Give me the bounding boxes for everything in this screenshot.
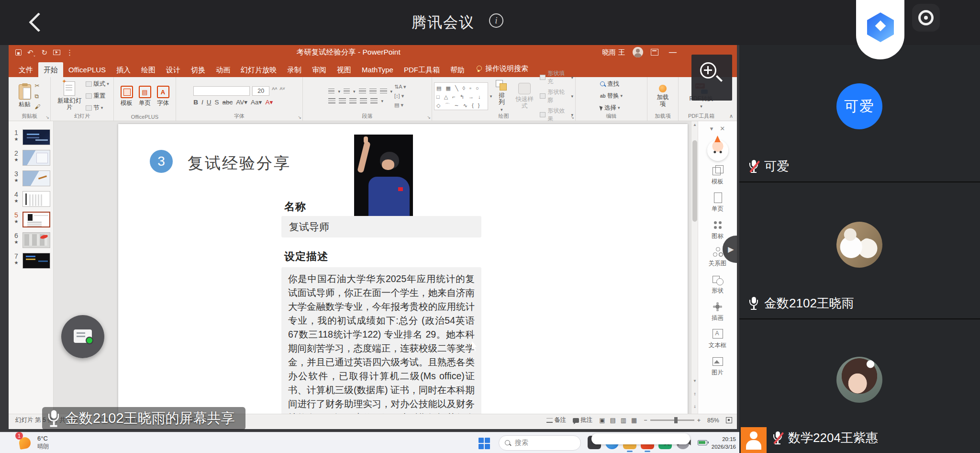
zoom-slider-thumb[interactable] [674, 417, 678, 423]
tab-draw[interactable]: 绘图 [136, 62, 161, 77]
panel-item-textbox[interactable]: 文本框 [698, 326, 737, 353]
zoom-slider[interactable] [650, 419, 694, 421]
tab-design[interactable]: 设计 [161, 62, 186, 77]
shape-outline-button[interactable]: 形状轮廓▾ [540, 88, 573, 104]
shapes-gallery[interactable]: ▤ ▦ ╲ ◊ ▫ ○□ △ ⌐ ↰ → ↓◇ ⌒ ∼ ∿ { } [434, 82, 488, 110]
smartart-button[interactable]: ▤ ▾ [394, 102, 406, 108]
taskbar-clock[interactable]: 20:15 2026/3/16 [706, 436, 736, 451]
slide-thumb-preview[interactable] [22, 253, 50, 269]
minimize-button[interactable]: — [666, 48, 679, 57]
slide-thumb-preview[interactable] [22, 129, 50, 145]
slide-scrollbar[interactable]: ▲ ▼ ⇑ ⇓ [691, 121, 698, 414]
font-color-button[interactable]: A▾ [265, 98, 273, 106]
font-shrink-icon[interactable]: A˅ [280, 86, 285, 96]
replace-button[interactable]: ab替换▾ [600, 91, 623, 101]
previous-slide-icon[interactable]: ⇑ [691, 392, 698, 396]
bold-button[interactable]: B [193, 99, 198, 106]
panel-close-icon[interactable]: ✕ [720, 125, 725, 132]
tab-mathtype[interactable]: MathType [356, 62, 399, 77]
tab-pdf-toolbox[interactable]: PDF工具箱 [399, 62, 445, 77]
panel-item-single-page[interactable]: 单页 [698, 189, 737, 216]
participant-tile-wangxiaoyu[interactable]: 金数2102王晓雨 [739, 182, 980, 318]
slide-thumb-7[interactable]: 7★ [9, 250, 53, 271]
slide-thumb-preview[interactable] [22, 191, 50, 207]
slide-thumb-6[interactable]: 6★ [9, 230, 53, 250]
tab-animations[interactable]: 动画 [211, 62, 235, 77]
char-spacing-button[interactable]: AV▾ [236, 98, 247, 106]
record-indicator-button[interactable] [912, 4, 940, 32]
scroll-down-icon[interactable]: ▼ [691, 379, 698, 383]
undo-icon[interactable]: ↶˯ [27, 49, 36, 56]
slide-thumb-2[interactable]: 2★ [9, 147, 53, 168]
tab-record[interactable]: 录制 [282, 62, 307, 77]
next-slide-icon[interactable]: ⇓ [691, 405, 698, 409]
slide-thumb-1[interactable]: 1★ [9, 127, 53, 147]
slide-sorter-icon[interactable]: ▤ [610, 417, 615, 424]
meeting-zoom-widget[interactable] [691, 55, 732, 101]
columns-icon[interactable] [370, 98, 378, 104]
slideshow-view-icon[interactable]: ▦ [631, 417, 637, 424]
save-icon[interactable] [15, 49, 22, 56]
tab-officeplus[interactable]: OfficePLUS [63, 62, 111, 77]
back-icon[interactable] [25, 11, 48, 34]
start-button[interactable] [479, 438, 490, 449]
tab-review[interactable]: 审阅 [307, 62, 332, 77]
select-button[interactable]: 选择▾ [600, 103, 623, 113]
align-text-button[interactable]: [↕] ▾ [394, 93, 406, 99]
slideshow-icon[interactable] [53, 50, 60, 55]
decrease-indent-icon[interactable] [359, 89, 366, 94]
tab-file[interactable]: 文件 [13, 62, 38, 77]
font-name-input[interactable] [193, 86, 250, 96]
arrange-button[interactable]: 排列 ▾ [494, 79, 509, 113]
font-grow-icon[interactable]: A˄ [272, 86, 277, 96]
reset-button[interactable]: 重置 [86, 91, 109, 101]
annotation-toolbar-button[interactable] [61, 315, 104, 358]
paragraph-dialog-launcher-icon[interactable]: ↘ [427, 115, 431, 120]
collapse-ribbon-icon[interactable]: ∧ [729, 113, 733, 119]
tab-view[interactable]: 视图 [332, 62, 356, 77]
drawing-dialog-launcher-icon[interactable]: ↘ [570, 115, 574, 120]
panel-item-shapes[interactable]: 形状 [698, 271, 737, 298]
shapes-more-icon[interactable]: ▾ [490, 94, 492, 99]
format-painter-icon[interactable]: 🖌 [35, 103, 43, 110]
panel-item-image[interactable]: 图片 [698, 353, 737, 380]
slide-thumb-4[interactable]: 4★ [9, 189, 53, 209]
qat-more-icon[interactable]: ⋮ [66, 49, 73, 56]
addins-button[interactable]: 加载项 [653, 84, 673, 109]
section-button[interactable]: 节▾ [86, 103, 109, 113]
share-control-pill[interactable] [591, 433, 690, 444]
scrollbar-thumb[interactable] [692, 140, 697, 222]
meeting-logo-bubble[interactable] [856, 0, 904, 59]
layout-button[interactable]: 版式▾ [86, 79, 109, 89]
redo-icon[interactable]: ↻ [42, 49, 48, 56]
fit-to-window-icon[interactable] [726, 417, 732, 423]
tab-home[interactable]: 开始 [38, 62, 63, 77]
paste-button[interactable]: 粘贴 [17, 83, 33, 109]
align-center-icon[interactable] [339, 98, 346, 104]
zoom-percent[interactable]: 85% [707, 417, 719, 424]
strikethrough-button[interactable]: abc [223, 99, 233, 106]
shadow-button[interactable]: S [215, 99, 219, 106]
panel-item-illustration[interactable]: 插画 [698, 298, 737, 326]
font-dialog-launcher-icon[interactable]: ↘ [298, 115, 301, 120]
justify-icon[interactable] [360, 98, 367, 104]
tell-me-search[interactable]: 操作说明搜索 [470, 60, 534, 77]
cut-icon[interactable]: ✂ [35, 82, 43, 89]
panel-collapse-icon[interactable]: ▾ [710, 125, 713, 132]
quick-styles-button[interactable]: 快速样式 [511, 82, 538, 111]
info-icon[interactable]: i [489, 13, 503, 28]
numbering-icon[interactable] [344, 89, 350, 94]
template-button[interactable]: 模板 [119, 85, 135, 107]
clipboard-dialog-launcher-icon[interactable]: ↘ [45, 115, 49, 120]
copy-icon[interactable]: ⧉ [35, 93, 43, 100]
panel-item-template[interactable]: 模板 [698, 162, 737, 189]
underline-button[interactable]: U [207, 99, 212, 106]
increase-indent-icon[interactable] [369, 89, 377, 94]
normal-view-icon[interactable]: ▣ [599, 417, 605, 424]
text-direction-button[interactable]: ⇅A ▾ [394, 84, 406, 90]
ribbon-display-options-icon[interactable] [651, 49, 658, 56]
slide-thumb-preview[interactable] [22, 232, 50, 248]
line-spacing-icon[interactable] [380, 89, 387, 94]
slide-thumb-preview[interactable] [22, 170, 50, 186]
slide-thumb-preview[interactable] [22, 212, 50, 227]
